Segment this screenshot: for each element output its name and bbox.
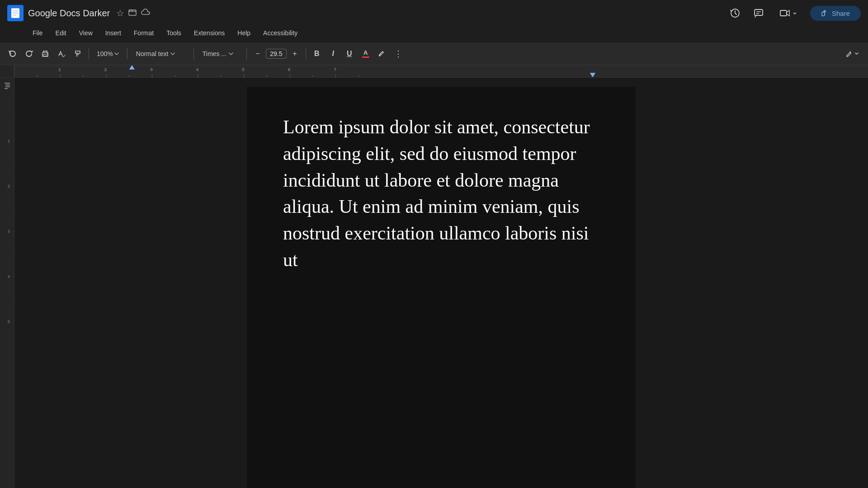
- svg-rect-14: [43, 54, 47, 56]
- italic-button[interactable]: I: [326, 47, 340, 61]
- title-icons: ☆: [116, 8, 151, 19]
- menu-bar: File Edit View Insert Format Tools Exten…: [0, 26, 868, 42]
- svg-point-15: [47, 53, 48, 54]
- zoom-level: 100%: [97, 50, 113, 57]
- svg-text:4: 4: [8, 274, 10, 279]
- vertical-ruler: 1 2 3 4 5: [0, 78, 14, 488]
- svg-text:7: 7: [334, 68, 336, 72]
- share-button[interactable]: Share: [810, 6, 861, 21]
- font-selector[interactable]: Times ...: [198, 49, 243, 59]
- paragraph-style-selector[interactable]: Normal text: [131, 49, 190, 59]
- menu-insert[interactable]: Insert: [100, 28, 127, 38]
- comments-button[interactable]: [750, 5, 767, 21]
- increase-font-size-button[interactable]: +: [288, 47, 302, 61]
- svg-text:4: 4: [196, 68, 198, 72]
- svg-rect-1: [11, 8, 19, 18]
- ruler-container: 1 2 3 4 5 6 7: [0, 65, 868, 78]
- underline-button[interactable]: U: [342, 47, 357, 61]
- style-label: Normal text: [136, 50, 169, 57]
- svg-rect-8: [755, 9, 763, 15]
- svg-text:1: 1: [58, 68, 61, 72]
- svg-marker-40: [590, 73, 595, 77]
- header-right: Share: [727, 5, 861, 21]
- menu-file[interactable]: File: [27, 28, 48, 38]
- toolbar-divider-3: [193, 48, 194, 59]
- toolbar-divider-5: [306, 48, 306, 59]
- redo-button[interactable]: [22, 47, 36, 61]
- highlight-color-button[interactable]: [375, 47, 389, 61]
- svg-text:3: 3: [8, 229, 10, 234]
- video-button[interactable]: [774, 5, 803, 21]
- cloud-icon[interactable]: [141, 8, 151, 19]
- undo-button[interactable]: [5, 47, 20, 61]
- svg-text:6: 6: [288, 68, 290, 72]
- docs-logo-icon: [7, 5, 24, 21]
- title-bar: Google Docs Darker ☆: [0, 0, 868, 26]
- spell-check-button[interactable]: [54, 47, 69, 61]
- more-options-button[interactable]: ⋮: [391, 47, 406, 61]
- font-size-input[interactable]: [266, 49, 287, 59]
- toolbar-divider-1: [89, 48, 89, 59]
- paint-format-button[interactable]: [71, 47, 85, 61]
- document-content[interactable]: Lorem ipsum dolor sit amet, consectetur …: [283, 114, 599, 273]
- font-label: Times ...: [203, 50, 226, 57]
- edit-mode-button[interactable]: [842, 47, 863, 61]
- svg-rect-11: [780, 10, 787, 16]
- folder-icon[interactable]: [128, 8, 137, 19]
- svg-text:5: 5: [8, 319, 10, 324]
- document-area: Lorem ipsum dolor sit amet, consectetur …: [14, 78, 868, 488]
- toolbar: 100% Normal text Times ... − + B I U: [0, 42, 868, 65]
- main-area: 1 2 3 4 5 Lorem ipsum dolor sit amet, co…: [0, 78, 868, 488]
- share-label: Share: [832, 9, 850, 17]
- svg-text:2: 2: [104, 68, 107, 72]
- menu-extensions[interactable]: Extensions: [189, 28, 230, 38]
- menu-help[interactable]: Help: [232, 28, 256, 38]
- font-size-box: − +: [250, 47, 302, 61]
- outline-toggle-button[interactable]: [3, 81, 11, 91]
- horizontal-ruler: 1 2 3 4 5 6 7: [14, 65, 868, 77]
- svg-text:5: 5: [242, 68, 244, 72]
- toolbar-divider-2: [127, 48, 127, 59]
- svg-text:1: 1: [8, 139, 10, 143]
- document-page[interactable]: Lorem ipsum dolor sit amet, consectetur …: [247, 87, 636, 488]
- svg-text:2: 2: [8, 184, 10, 188]
- print-button[interactable]: [38, 47, 52, 61]
- toolbar-divider-4: [246, 48, 247, 59]
- zoom-selector[interactable]: 100%: [93, 49, 123, 59]
- ruler-corner: [0, 65, 14, 77]
- text-color-button[interactable]: A: [359, 47, 373, 61]
- menu-tools[interactable]: Tools: [161, 28, 187, 38]
- menu-format[interactable]: Format: [128, 28, 159, 38]
- document-title[interactable]: Google Docs Darker: [28, 8, 110, 19]
- bold-button[interactable]: B: [310, 47, 324, 61]
- star-icon[interactable]: ☆: [116, 8, 124, 19]
- decrease-font-size-button[interactable]: −: [250, 47, 265, 61]
- menu-accessibility[interactable]: Accessibility: [258, 28, 303, 38]
- svg-rect-12: [822, 12, 825, 16]
- menu-edit[interactable]: Edit: [50, 28, 72, 38]
- svg-text:3: 3: [150, 68, 152, 72]
- svg-marker-39: [129, 65, 135, 70]
- history-button[interactable]: [727, 5, 743, 21]
- menu-view[interactable]: View: [74, 28, 98, 38]
